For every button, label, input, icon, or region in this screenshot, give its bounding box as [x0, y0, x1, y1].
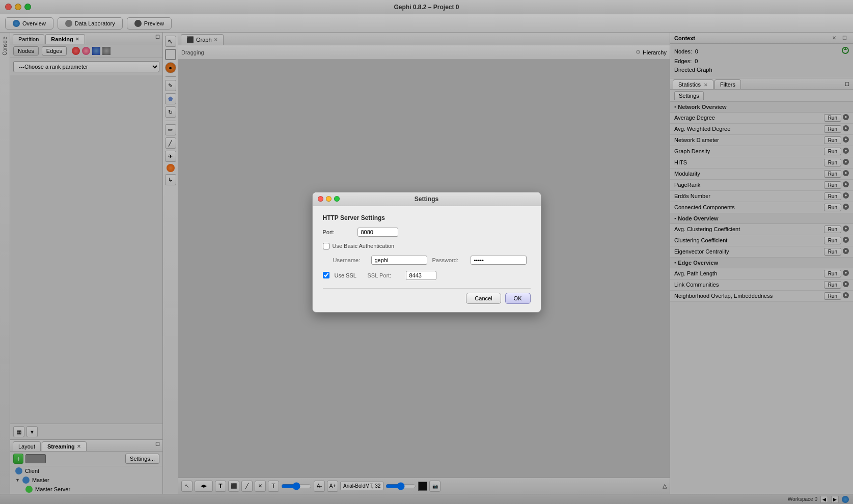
port-row: Port: — [323, 228, 531, 237]
auth-row: Username: Password: — [323, 256, 531, 265]
ssl-port-input[interactable] — [406, 271, 436, 280]
modal-minimize-button[interactable] — [326, 196, 332, 202]
modal-window-buttons — [318, 196, 340, 202]
username-label: Username: — [333, 257, 366, 263]
modal-close-button[interactable] — [318, 196, 323, 202]
ssl-port-label: SSL Port: — [368, 272, 401, 278]
port-label: Port: — [323, 229, 353, 235]
modal-title: Settings — [415, 195, 438, 203]
modal-body: HTTP Server Settings Port: Use Basic Aut… — [313, 206, 541, 312]
password-label: Password: — [432, 257, 465, 263]
modal-overlay: Settings HTTP Server Settings Port: Use … — [0, 0, 853, 504]
modal-section-title: HTTP Server Settings — [323, 214, 531, 221]
basic-auth-row: Use Basic Authentication — [323, 243, 531, 249]
ok-button[interactable]: OK — [505, 293, 531, 304]
ssl-label: Use SSL — [335, 272, 363, 278]
port-input[interactable] — [357, 228, 398, 237]
password-input[interactable] — [471, 256, 527, 265]
modal-maximize-button[interactable] — [334, 196, 340, 202]
ssl-row: Use SSL SSL Port: — [323, 271, 531, 280]
ssl-checkbox[interactable] — [323, 272, 329, 278]
cancel-button[interactable]: Cancel — [466, 293, 501, 304]
settings-modal: Settings HTTP Server Settings Port: Use … — [312, 192, 541, 313]
basic-auth-checkbox[interactable] — [323, 243, 329, 249]
username-input[interactable] — [371, 256, 427, 265]
modal-titlebar: Settings — [313, 192, 541, 206]
modal-footer: Cancel OK — [323, 288, 531, 304]
basic-auth-label: Use Basic Authentication — [333, 243, 395, 249]
